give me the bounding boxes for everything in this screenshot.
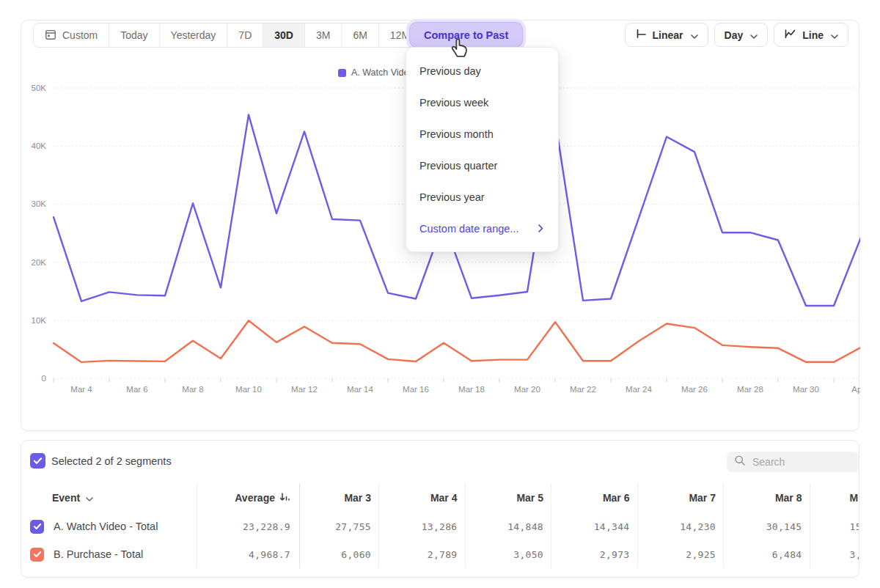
segments-table: EventAverageMar 3Mar 4Mar 5Mar 6Mar 7Mar… — [21, 483, 859, 568]
column-header-average[interactable]: Average — [197, 483, 299, 512]
value-cell: 2,973 — [551, 540, 637, 568]
sort-descending-icon — [279, 492, 290, 504]
y-axis-label: 30K — [32, 199, 47, 208]
date-range-7d[interactable]: 7D — [227, 23, 263, 47]
date-range-label: Custom — [62, 29, 98, 41]
legend-swatch — [338, 69, 346, 77]
search-icon — [734, 455, 746, 469]
chart-type-dropdown-button[interactable]: Line — [774, 23, 848, 47]
x-axis-label: Mar 14 — [347, 385, 373, 394]
x-axis-label: Apr 1 — [851, 385, 860, 394]
date-range-today[interactable]: Today — [109, 23, 159, 47]
chevron-down-icon — [831, 29, 838, 41]
column-header-label: Mar 7 — [689, 492, 716, 504]
value-cell: 14,344 — [551, 512, 637, 540]
x-axis-label: Mar 20 — [514, 385, 540, 394]
date-range-control: CustomTodayYesterday7D30D3M6M12M — [33, 23, 422, 48]
date-range-30d[interactable]: 30D — [263, 23, 305, 47]
linear-axis-icon — [635, 28, 647, 42]
calendar-icon — [45, 29, 56, 43]
chevron-down-icon — [86, 492, 93, 504]
column-header-label: Mar 5 — [516, 492, 543, 504]
menu-item-previous-day[interactable]: Previous day — [406, 55, 558, 87]
scale-dropdown-button[interactable]: Linear — [625, 23, 708, 47]
column-header-label: Mar 4 — [430, 492, 458, 504]
value-cell: 27,755 — [299, 512, 378, 540]
segment-checkbox[interactable] — [30, 548, 44, 562]
date-range-custom[interactable]: Custom — [34, 23, 109, 47]
compare-to-past-menu: Previous dayPrevious weekPrevious monthP… — [406, 47, 559, 252]
value-cell: 14,848 — [465, 512, 551, 540]
y-axis-label: 40K — [32, 142, 47, 150]
date-range-label: 12M — [390, 29, 410, 41]
column-header-mar-6: Mar 6 — [551, 483, 637, 512]
y-axis-label: 20K — [32, 258, 47, 267]
column-header-mar-5: Mar 5 — [465, 483, 551, 512]
y-axis-label: 50K — [32, 84, 47, 92]
column-header-label: Mar 3 — [344, 492, 371, 504]
select-all-checkbox[interactable] — [30, 453, 45, 468]
line-chart-icon — [784, 28, 796, 42]
series-line[interactable] — [54, 320, 860, 362]
value-cell: 30,145 — [723, 512, 810, 540]
search-box[interactable] — [727, 452, 859, 472]
average-value-cell: 23,228.9 — [197, 512, 299, 540]
analytics-report-page: CustomTodayYesterday7D30D3M6M12M Compare… — [0, 0, 880, 588]
x-axis-label: Mar 16 — [403, 385, 429, 394]
value-cell: 13,286 — [378, 512, 465, 540]
x-axis-label: Mar 22 — [570, 385, 596, 394]
date-range-label: 30D — [274, 29, 293, 41]
date-range-yesterday[interactable]: Yesterday — [160, 23, 228, 47]
menu-item-previous-quarter[interactable]: Previous quarter — [406, 150, 558, 181]
date-range-label: Yesterday — [171, 29, 216, 41]
date-range-label: 7D — [238, 29, 252, 41]
x-axis-label: Mar 24 — [626, 385, 652, 394]
column-header-label: Event — [52, 492, 80, 504]
x-axis-label: Mar 8 — [182, 385, 203, 394]
compare-to-past-label: Compare to Past — [424, 29, 508, 41]
column-header-label: Mar 8 — [775, 492, 802, 504]
interval-dropdown-label: Day — [725, 29, 744, 41]
chart-type-dropdown-label: Line — [802, 29, 824, 41]
value-cell: 15, — [810, 512, 860, 540]
compare-to-past-button[interactable]: Compare to Past — [409, 22, 523, 48]
menu-item-previous-week[interactable]: Previous week — [406, 87, 558, 118]
y-axis-label: 10K — [32, 316, 47, 325]
date-range-label: Today — [120, 29, 147, 41]
date-range-6m[interactable]: 6M — [342, 23, 378, 47]
chevron-right-icon — [538, 223, 543, 235]
column-header-label: Average — [235, 492, 275, 504]
x-axis-label: Mar 4 — [70, 385, 92, 394]
segment-checkbox[interactable] — [30, 520, 44, 534]
column-header-mar-7: Mar 7 — [637, 483, 724, 512]
segments-card: Selected 2 of 2 segments EventAverageMar… — [21, 440, 859, 578]
x-axis-label: Mar 26 — [681, 385, 708, 394]
search-input[interactable] — [752, 456, 840, 468]
selected-segments-label: Selected 2 of 2 segments — [51, 455, 172, 467]
value-cell: 6,484 — [723, 540, 810, 568]
date-range-label: 6M — [353, 29, 367, 41]
value-cell: 14,230 — [637, 512, 724, 540]
segment-row-label-cell: A. Watch Video - Total — [21, 512, 197, 540]
legend-entry[interactable]: A. Watch Video — [338, 67, 414, 78]
menu-item-previous-month[interactable]: Previous month — [406, 118, 558, 150]
x-axis-label: Mar 10 — [235, 385, 262, 394]
segment-row-label-cell: B. Purchase - Total — [21, 540, 197, 568]
value-cell: 2,789 — [378, 540, 465, 568]
date-range-3m[interactable]: 3M — [305, 23, 342, 47]
chevron-down-icon — [750, 29, 758, 41]
segment-label: A. Watch Video - Total — [54, 521, 158, 532]
interval-dropdown-button[interactable]: Day — [714, 23, 769, 47]
column-header-event[interactable]: Event — [21, 483, 197, 512]
x-axis-label: Mar 28 — [737, 385, 763, 394]
value-cell: 3,050 — [465, 540, 551, 568]
column-header-mar-4: Mar 4 — [378, 483, 465, 512]
y-axis-label: 0 — [42, 374, 46, 383]
segment-label: B. Purchase - Total — [54, 548, 143, 560]
column-header-label: M — [850, 492, 859, 504]
menu-item-custom-date-range[interactable]: Custom date range... — [406, 213, 558, 244]
chart-settings-group: Linear Day Line — [625, 23, 848, 47]
menu-item-previous-year[interactable]: Previous year — [406, 181, 558, 213]
date-range-label: 3M — [316, 29, 330, 41]
x-axis-label: Mar 30 — [793, 385, 819, 394]
